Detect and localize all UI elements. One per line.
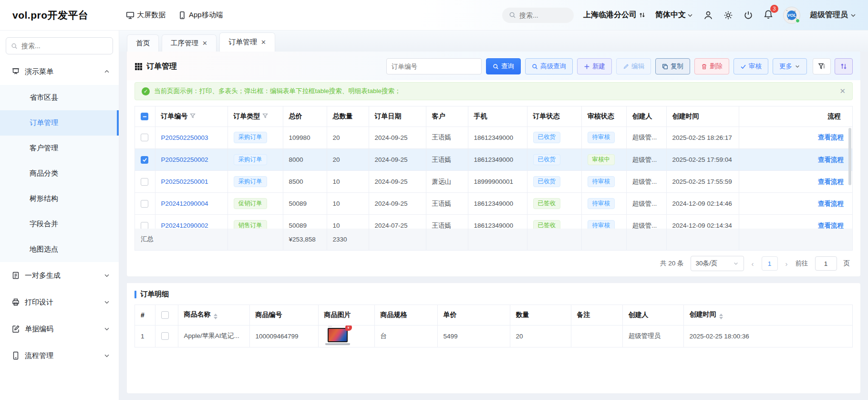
next-page-button[interactable]: ›	[785, 260, 789, 268]
cell-quantity: 20	[510, 325, 571, 347]
detail-row-checkbox[interactable]	[161, 332, 169, 340]
user-menu[interactable]: 超级管理员	[810, 10, 857, 20]
order-no-input[interactable]	[386, 58, 482, 74]
chevron-down-icon	[103, 272, 110, 279]
sidebar-item-map-picker[interactable]: 地图选点	[0, 237, 119, 262]
select-all-checkbox[interactable]	[141, 113, 148, 120]
audit-status-badge: 待审核	[588, 132, 615, 143]
sidebar-group-doc-code[interactable]: 单据编码	[0, 316, 119, 342]
audit-button[interactable]: 审核	[734, 58, 768, 74]
notifications-button[interactable]: 3	[763, 9, 774, 21]
order-no-link[interactable]: P202412090002	[161, 222, 208, 229]
query-button[interactable]: 查询	[486, 58, 521, 74]
global-search-input[interactable]	[519, 11, 562, 19]
sidebar-group-one2many[interactable]: 一对多生成	[0, 262, 119, 289]
table-row[interactable]: P202412090004 促销订单 50089 10 2024-09-25 王…	[135, 193, 852, 215]
avatar[interactable]: VOL	[783, 7, 800, 24]
current-page-button[interactable]: 1	[762, 256, 778, 271]
edit-icon	[11, 325, 20, 333]
funnel-icon[interactable]	[262, 113, 268, 119]
search-icon	[493, 63, 499, 70]
company-switcher[interactable]: 上海临港分公司	[583, 10, 646, 20]
delete-button[interactable]: 删除	[694, 58, 729, 74]
audit-status-badge: 待审核	[588, 198, 615, 210]
user-icon[interactable]	[703, 10, 713, 21]
language-switcher[interactable]: 简体中文	[655, 10, 693, 20]
order-no-link[interactable]: P202502250003	[161, 134, 208, 141]
prev-page-button[interactable]: ‹	[751, 260, 755, 268]
sort-icon[interactable]	[719, 314, 723, 319]
cell-qty: 20	[327, 149, 369, 171]
row-checkbox[interactable]	[141, 200, 148, 208]
col-order-no[interactable]: 订单编号	[155, 106, 227, 126]
edit-button[interactable]: 编辑	[616, 58, 651, 74]
sidebar-item-tree[interactable]: 树形结构	[0, 186, 119, 211]
sidebar-group-flow[interactable]: 流程管理	[0, 342, 119, 369]
notice-close-icon[interactable]: ✕	[839, 87, 846, 95]
order-no-link[interactable]: P202502250002	[161, 156, 208, 163]
view-flow-link[interactable]: 查看流程	[818, 200, 844, 207]
cell-detail-creator: 超级管理员	[622, 325, 683, 347]
nav-app-mobile[interactable]: App移动端	[178, 11, 223, 20]
chevron-down-icon	[103, 299, 110, 305]
tab-home[interactable]: 首页	[127, 34, 159, 52]
more-button[interactable]: 更多	[773, 58, 807, 74]
cell-created: 2024-12-09 02:14:46	[666, 193, 739, 215]
view-flow-link[interactable]: 查看流程	[818, 134, 844, 141]
row-checkbox[interactable]	[141, 178, 148, 186]
sort-button[interactable]	[835, 58, 853, 74]
col-product-name[interactable]: 商品名称	[178, 305, 249, 325]
sidebar-group-demo[interactable]: 演示菜单	[0, 58, 119, 85]
sidebar-search[interactable]	[6, 37, 113, 54]
funnel-icon[interactable]	[190, 113, 196, 119]
column-filter-button[interactable]	[813, 58, 831, 74]
col-detail-created[interactable]: 创建时间	[683, 305, 852, 325]
detail-row[interactable]: 1 Apple/苹果AI笔记... 100009464799	[135, 325, 852, 347]
page-size-select[interactable]: 30条/页	[691, 256, 744, 271]
gear-icon[interactable]	[723, 10, 734, 21]
sidebar-group-print[interactable]: 打印设计	[0, 289, 119, 316]
close-icon[interactable]: ✕	[202, 40, 207, 47]
order-type-badge: 采购订单	[234, 154, 267, 166]
view-flow-link[interactable]: 查看流程	[818, 222, 844, 229]
view-flow-link[interactable]: 查看流程	[818, 178, 844, 185]
table-row[interactable]: P202502250003 采购订单 109980 20 2024-09-25 …	[135, 127, 852, 149]
power-icon[interactable]	[743, 10, 754, 21]
page-unit-label: 页	[844, 259, 850, 268]
row-checkbox[interactable]	[141, 156, 148, 164]
sort-icon[interactable]	[214, 314, 217, 319]
new-button[interactable]: 新建	[577, 58, 612, 74]
sidebar-item-product-category[interactable]: 商品分类	[0, 161, 119, 186]
product-image[interactable]: ¥	[324, 326, 351, 347]
nav-big-screen[interactable]: 大屏数据	[126, 11, 165, 20]
row-checkbox[interactable]	[141, 134, 148, 141]
printer-icon	[11, 298, 20, 306]
col-order-type[interactable]: 订单类型	[227, 106, 283, 126]
goto-page-input[interactable]	[815, 256, 837, 271]
advanced-query-button[interactable]: 高级查询	[525, 58, 573, 74]
cell-creator: 超级管...	[626, 149, 666, 171]
table-row[interactable]: P202412090002 销售订单 50089 10 2024-07-25 王…	[135, 215, 852, 229]
order-no-link[interactable]: P202412090004	[161, 200, 208, 207]
sidebar-item-customers[interactable]: 客户管理	[0, 136, 119, 161]
row-checkbox[interactable]	[141, 222, 148, 229]
table-scrollbar[interactable]	[848, 128, 851, 185]
query-button-label: 查询	[501, 62, 514, 71]
table-row[interactable]: P202502250002 采购订单 8000 20 2024-09-25 王语…	[135, 149, 852, 171]
detail-select-all-checkbox[interactable]	[161, 311, 169, 319]
close-icon[interactable]: ✕	[261, 39, 266, 46]
table-row[interactable]: P202502250001 采购订单 8500 10 2024-09-25 萧远…	[135, 171, 852, 193]
order-no-link[interactable]: P202502250001	[161, 178, 208, 185]
view-flow-link[interactable]: 查看流程	[818, 156, 844, 163]
sidebar-item-regions[interactable]: 省市区县	[0, 85, 119, 110]
tab-process[interactable]: 工序管理✕	[162, 34, 217, 52]
tab-order[interactable]: 订单管理✕	[219, 32, 275, 52]
global-search[interactable]	[502, 8, 574, 23]
col-detail-creator: 创建人	[622, 305, 683, 325]
col-unit-price: 单价	[437, 305, 510, 325]
sidebar-item-orders[interactable]: 订单管理	[0, 110, 119, 136]
copy-button[interactable]: 复制	[655, 58, 690, 74]
sidebar-item-field-merge[interactable]: 字段合并	[0, 211, 119, 237]
cell-product-code: 100009464799	[249, 325, 318, 347]
sidebar-search-input[interactable]	[21, 42, 108, 50]
